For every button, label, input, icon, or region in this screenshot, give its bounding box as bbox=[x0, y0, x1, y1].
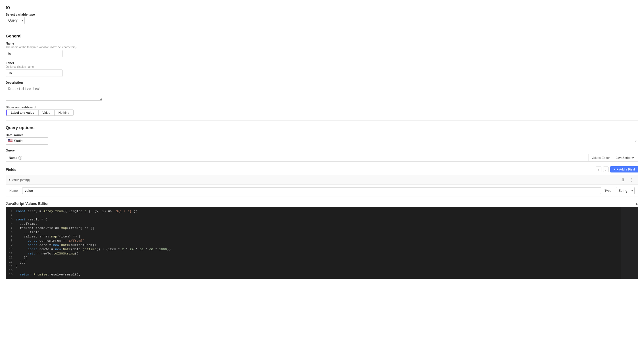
values-editor-select-wrapper: JavaScript bbox=[613, 154, 638, 161]
values-editor-select[interactable]: JavaScript bbox=[615, 156, 635, 160]
query-options-title: Query options bbox=[6, 125, 638, 130]
name-label: Name bbox=[6, 42, 638, 45]
variable-type-select[interactable]: Query bbox=[6, 17, 25, 24]
code-line-16: 16 return Promise.resolve(result); bbox=[6, 272, 638, 277]
description-label: Description bbox=[6, 81, 638, 84]
fields-header: Fields ↑ ↓ + + Add a Field bbox=[6, 166, 638, 172]
page-title: to bbox=[6, 5, 638, 10]
code-line-6: 6 ...field, bbox=[6, 230, 638, 234]
plus-icon: + bbox=[614, 168, 615, 171]
code-line-12: 12 }) bbox=[6, 256, 638, 260]
add-field-label: + Add a Field bbox=[616, 168, 635, 171]
general-title: General bbox=[6, 33, 638, 38]
data-source-select[interactable]: Static bbox=[6, 137, 48, 145]
code-line-13: 13 })) bbox=[6, 260, 638, 264]
add-field-btn[interactable]: + + Add a Field bbox=[610, 166, 638, 172]
name-info-icon[interactable]: i bbox=[18, 156, 22, 160]
query-bar: Name i Values Editor JavaScript bbox=[6, 154, 638, 162]
code-line-1: 1 const array = Array.from({ length: 3 }… bbox=[6, 209, 638, 213]
code-line-9: 9 const date = new Date(currentFrom); bbox=[6, 243, 638, 247]
query-name-label: Name i bbox=[6, 154, 25, 161]
field-name-input[interactable] bbox=[22, 187, 601, 194]
label-field-label: Label bbox=[6, 61, 638, 65]
code-line-10: 10 const newTo = new Date(date.getTime()… bbox=[6, 247, 638, 251]
show-on-dashboard-toggle: Label and value Value Nothing bbox=[6, 110, 74, 116]
label-input[interactable] bbox=[6, 70, 62, 77]
field-type-label: Type bbox=[605, 189, 611, 192]
fields-title: Fields bbox=[6, 167, 16, 172]
code-line-3: 3 const result = { bbox=[6, 217, 638, 222]
code-line-15: 15 bbox=[6, 268, 638, 272]
query-label: Query bbox=[6, 149, 638, 152]
query-options-section: Query options Data source Static Query N… bbox=[6, 125, 638, 279]
name-hint: The name of the template variable. (Max.… bbox=[6, 46, 638, 49]
js-editor-section: JavaScript Values Editor ▲ 1 const array… bbox=[6, 201, 638, 279]
field-row-body: Name Type String bbox=[6, 184, 638, 197]
values-editor-label: Values Editor bbox=[588, 154, 613, 161]
label-field-hint: Optional display name bbox=[6, 65, 638, 68]
show-on-dashboard-label: Show on dashboard bbox=[6, 106, 638, 109]
toggle-value[interactable]: Value bbox=[39, 110, 55, 115]
data-source-label: Data source bbox=[6, 133, 638, 137]
field-row-title: value [string] bbox=[12, 178, 30, 182]
fields-controls: ↑ ↓ + + Add a Field bbox=[596, 166, 638, 172]
description-input[interactable] bbox=[6, 85, 102, 101]
general-section: General Name The name of the template va… bbox=[6, 33, 638, 116]
code-line-5: 5 fields: frame.fields.map((field) => ({ bbox=[6, 226, 638, 230]
code-line-14: 14 } bbox=[6, 264, 638, 268]
fields-move-down-btn[interactable]: ↓ bbox=[603, 167, 609, 172]
code-line-4: 4 ...frame, bbox=[6, 222, 638, 226]
toggle-nothing[interactable]: Nothing bbox=[55, 110, 73, 115]
query-name-input[interactable] bbox=[25, 154, 588, 161]
field-row-actions: 🗑 ⋮ bbox=[619, 177, 635, 183]
variable-type-label: Select variable type bbox=[6, 13, 638, 16]
field-name-label: Name bbox=[9, 189, 18, 192]
field-row-header[interactable]: ▾ value [string] 🗑 ⋮ bbox=[6, 175, 638, 184]
fields-move-up-btn[interactable]: ↑ bbox=[596, 167, 601, 172]
js-editor-title: JavaScript Values Editor ▲ bbox=[6, 201, 638, 206]
code-line-7: 7 values: array.map((item) => { bbox=[6, 234, 638, 239]
code-editor[interactable]: 1 const array = Array.from({ length: 3 }… bbox=[6, 207, 638, 279]
code-line-2: 2 bbox=[6, 213, 638, 217]
field-row: ▾ value [string] 🗑 ⋮ Name Type String bbox=[6, 175, 638, 197]
name-input[interactable] bbox=[6, 50, 62, 57]
code-line-8: 8 const currentFrom = `${from}` bbox=[6, 239, 638, 243]
field-more-btn[interactable]: ⋮ bbox=[628, 177, 635, 183]
field-type-select[interactable]: String bbox=[616, 187, 635, 194]
chevron-down-icon: ▾ bbox=[9, 178, 10, 181]
code-line-11: 11 return newTo.toISOString() bbox=[6, 251, 638, 256]
minimap bbox=[621, 207, 638, 279]
js-editor-collapse-btn[interactable]: ▲ bbox=[635, 202, 638, 206]
toggle-label-and-value[interactable]: Label and value bbox=[6, 110, 39, 115]
field-delete-btn[interactable]: 🗑 bbox=[619, 177, 626, 183]
